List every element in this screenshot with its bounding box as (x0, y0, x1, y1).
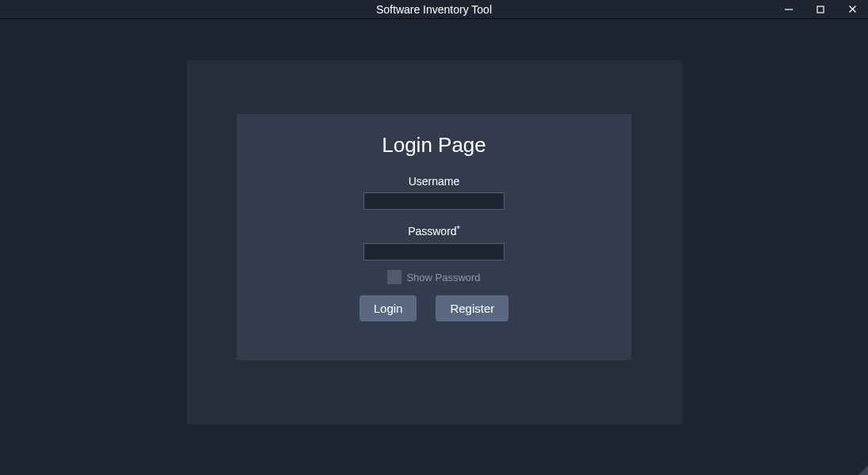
login-button[interactable]: Login (360, 295, 417, 321)
show-password-row: Show Password (387, 270, 480, 284)
password-input[interactable] (364, 243, 504, 260)
username-label: Username (409, 175, 460, 188)
outer-panel: Login Page Username Password* Show Passw… (187, 60, 682, 424)
close-button[interactable] (836, 0, 868, 18)
titlebar: Software Inventory Tool (0, 0, 868, 19)
minimize-icon (784, 5, 794, 14)
username-input[interactable] (364, 192, 504, 210)
register-button[interactable]: Register (436, 295, 508, 321)
required-asterisk: * (457, 224, 460, 234)
close-icon (848, 5, 857, 13)
show-password-checkbox[interactable] (387, 270, 402, 284)
window-controls (773, 0, 868, 18)
maximize-button[interactable] (805, 0, 836, 18)
minimize-button[interactable] (773, 0, 805, 18)
password-label: Password (408, 225, 456, 238)
maximize-icon (817, 6, 824, 13)
button-row: Login Register (360, 295, 509, 321)
window-title: Software Inventory Tool (376, 3, 492, 16)
login-panel: Login Page Username Password* Show Passw… (237, 114, 631, 360)
resize-grip[interactable] (858, 466, 868, 475)
page-title: Login Page (382, 133, 486, 158)
password-label-wrap: Password* (408, 224, 460, 238)
svg-rect-1 (817, 6, 824, 13)
show-password-label: Show Password (406, 272, 480, 283)
app-body: Login Page Username Password* Show Passw… (0, 19, 868, 475)
